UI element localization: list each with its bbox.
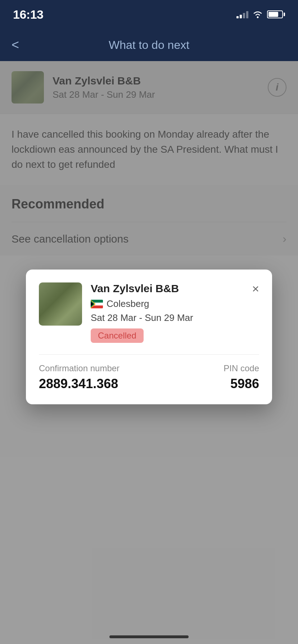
modal-thumbnail — [39, 282, 82, 326]
modal-header: Van Zylsvlei B&B Colesberg Sat 28 Mar - … — [39, 282, 259, 343]
confirmation-number: 2889.341.368 — [39, 376, 119, 391]
home-indicator — [109, 635, 189, 638]
wifi-icon — [253, 10, 263, 18]
pin-field: PIN code 5986 — [224, 363, 259, 391]
modal-info: Van Zylsvlei B&B Colesberg Sat 28 Mar - … — [91, 282, 243, 343]
signal-icon — [236, 10, 248, 18]
back-button[interactable]: < — [12, 37, 19, 52]
page-title: What to do next — [109, 38, 189, 52]
booking-modal: Van Zylsvlei B&B Colesberg Sat 28 Mar - … — [26, 270, 272, 404]
battery-icon — [267, 10, 285, 18]
status-bar: 16:13 — [0, 0, 298, 29]
pin-label: PIN code — [224, 363, 259, 373]
modal-hotel-name: Van Zylsvlei B&B — [91, 282, 243, 295]
modal-location-text: Colesberg — [107, 298, 149, 309]
status-icons — [236, 10, 285, 18]
sa-flag-icon — [91, 300, 103, 308]
confirmation-field: Confirmation number 2889.341.368 — [39, 363, 119, 391]
modal-divider — [39, 354, 259, 355]
status-time: 16:13 — [13, 8, 43, 22]
modal-booking-info: Confirmation number 2889.341.368 PIN cod… — [39, 363, 259, 391]
confirmation-label: Confirmation number — [39, 363, 119, 373]
modal-close-button[interactable]: × — [252, 282, 259, 295]
cancelled-badge: Cancelled — [91, 328, 144, 343]
nav-bar: < What to do next — [0, 29, 298, 61]
modal-location: Colesberg — [91, 298, 243, 309]
pin-code: 5986 — [224, 376, 259, 391]
svg-point-0 — [257, 17, 259, 18]
main-content: Van Zylsvlei B&B Sat 28 Mar - Sun 29 Mar… — [0, 61, 298, 644]
modal-dates: Sat 28 Mar - Sun 29 Mar — [91, 312, 243, 323]
